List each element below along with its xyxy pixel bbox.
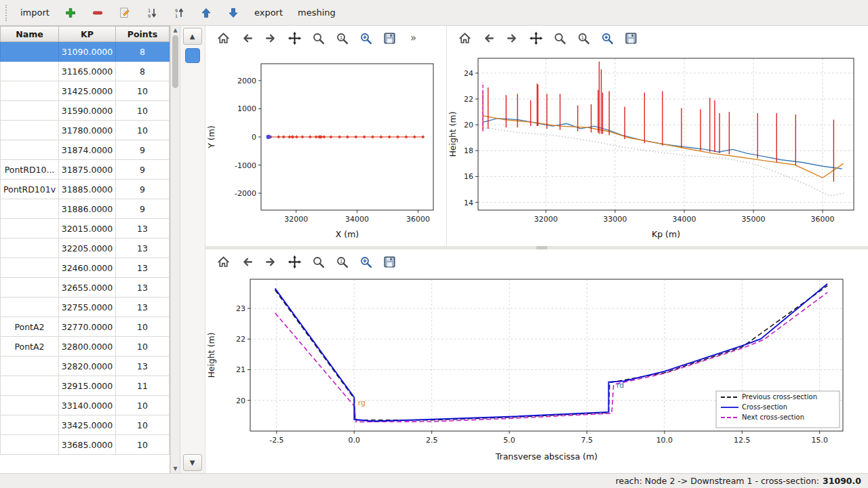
- toolbar-overflow-chevron[interactable]: »: [410, 32, 416, 44]
- kp-cell[interactable]: 32205.0000: [59, 239, 116, 258]
- name-cell[interactable]: [1, 199, 59, 219]
- points-cell[interactable]: 10: [116, 435, 170, 455]
- zoom-button[interactable]: [309, 28, 328, 47]
- table-row[interactable]: 32015.000013: [1, 219, 170, 239]
- points-cell[interactable]: 10: [116, 101, 170, 121]
- kp-cell[interactable]: 32655.0000: [59, 278, 116, 298]
- scroll-up-icon[interactable]: ▲: [173, 27, 177, 33]
- points-cell[interactable]: 13: [116, 258, 170, 278]
- name-cell[interactable]: [1, 376, 59, 396]
- zoom-rect-button[interactable]: [597, 28, 616, 47]
- name-cell[interactable]: PontA2: [1, 337, 59, 357]
- scroll-indicator[interactable]: [185, 48, 200, 63]
- name-cell[interactable]: [1, 396, 59, 415]
- kp-cell[interactable]: 31885.0000: [59, 180, 116, 199]
- move-down-button[interactable]: [222, 3, 245, 22]
- points-cell[interactable]: 9: [116, 140, 170, 160]
- name-cell[interactable]: PontA2: [1, 317, 59, 337]
- profile-chart[interactable]: 3200033000340003500036000141618202224Kp …: [447, 50, 865, 243]
- points-cell[interactable]: 13: [116, 219, 170, 239]
- kp-cell[interactable]: 31780.0000: [59, 121, 116, 140]
- zoom-orig-button[interactable]: [332, 28, 351, 47]
- pan-button[interactable]: [526, 28, 545, 47]
- back-button[interactable]: [237, 252, 256, 271]
- column-header-points[interactable]: Points: [116, 26, 170, 42]
- table-row[interactable]: 33140.000010: [1, 396, 170, 415]
- toolbar-grip[interactable]: [5, 5, 9, 21]
- name-cell[interactable]: PontRD10...: [1, 160, 59, 180]
- kp-cell[interactable]: 33140.0000: [59, 396, 116, 415]
- edit-section-button[interactable]: [113, 3, 136, 22]
- kp-cell[interactable]: 31425.0000: [59, 81, 116, 101]
- import-button[interactable]: import: [15, 4, 55, 21]
- name-cell[interactable]: [1, 42, 59, 62]
- home-button[interactable]: [455, 28, 474, 47]
- zoom-orig-button[interactable]: [574, 28, 593, 47]
- kp-cell[interactable]: 31875.0000: [59, 160, 116, 180]
- points-cell[interactable]: 10: [116, 415, 170, 435]
- table-row[interactable]: 31590.000010: [1, 101, 170, 121]
- table-row[interactable]: PontRD10...31875.00009: [1, 160, 170, 180]
- kp-cell[interactable]: 31165.0000: [59, 62, 116, 81]
- scroll-down-icon[interactable]: ▼: [173, 466, 177, 472]
- name-cell[interactable]: [1, 435, 59, 455]
- zoom-orig-button[interactable]: [332, 252, 351, 271]
- sort-ascending-button[interactable]: [140, 3, 163, 22]
- zoom-rect-button[interactable]: [356, 252, 375, 271]
- points-cell[interactable]: 9: [116, 199, 170, 219]
- table-row[interactable]: 31874.00009: [1, 140, 170, 160]
- kp-cell[interactable]: 32460.0000: [59, 258, 116, 278]
- kp-cell[interactable]: 32755.0000: [59, 298, 116, 317]
- back-button[interactable]: [237, 28, 256, 47]
- table-row[interactable]: 32655.000013: [1, 278, 170, 298]
- sections-table[interactable]: Name KP Points 31090.0000831165.00008314…: [0, 26, 170, 455]
- row-down-button[interactable]: ▼: [183, 454, 202, 471]
- zoom-rect-button[interactable]: [356, 28, 375, 47]
- forward-button[interactable]: [261, 252, 280, 271]
- points-cell[interactable]: 10: [116, 317, 170, 337]
- kp-cell[interactable]: 33425.0000: [59, 415, 116, 435]
- table-row[interactable]: 31886.00009: [1, 199, 170, 219]
- points-cell[interactable]: 9: [116, 160, 170, 180]
- table-row[interactable]: PontA232800.000010: [1, 337, 170, 357]
- remove-section-button[interactable]: [86, 3, 109, 22]
- name-cell[interactable]: [1, 62, 59, 81]
- points-cell[interactable]: 8: [116, 62, 170, 81]
- kp-cell[interactable]: 32800.0000: [59, 337, 116, 357]
- column-header-kp[interactable]: KP: [59, 26, 116, 42]
- kp-cell[interactable]: 32015.0000: [59, 219, 116, 239]
- sort-descending-button[interactable]: [167, 3, 191, 22]
- name-cell[interactable]: [1, 81, 59, 101]
- name-cell[interactable]: PontRD101v: [1, 180, 59, 199]
- table-row[interactable]: PontRD101v31885.00009: [1, 180, 170, 199]
- table-row[interactable]: 32755.000013: [1, 298, 170, 317]
- points-cell[interactable]: 10: [116, 121, 170, 140]
- zoom-button[interactable]: [309, 252, 328, 271]
- home-button[interactable]: [214, 28, 233, 47]
- table-row[interactable]: 33425.000010: [1, 415, 170, 435]
- splitter-handle[interactable]: [536, 246, 547, 249]
- points-cell[interactable]: 9: [116, 180, 170, 199]
- name-cell[interactable]: [1, 140, 59, 160]
- points-cell[interactable]: 11: [116, 376, 170, 396]
- pan-button[interactable]: [285, 28, 304, 47]
- save-button[interactable]: [380, 252, 399, 271]
- kp-cell[interactable]: 31886.0000: [59, 199, 116, 219]
- name-cell[interactable]: [1, 415, 59, 435]
- points-cell[interactable]: 10: [116, 396, 170, 415]
- table-row[interactable]: 32820.000013: [1, 357, 170, 376]
- name-cell[interactable]: [1, 278, 59, 298]
- table-row[interactable]: 32915.000011: [1, 376, 170, 396]
- table-row[interactable]: 31165.00008: [1, 62, 170, 81]
- kp-cell[interactable]: 31590.0000: [59, 101, 116, 121]
- add-section-button[interactable]: [59, 3, 82, 22]
- move-up-button[interactable]: [195, 3, 218, 22]
- points-cell[interactable]: 13: [116, 298, 170, 317]
- name-cell[interactable]: [1, 121, 59, 140]
- table-row[interactable]: 31425.000010: [1, 81, 170, 101]
- forward-button[interactable]: [502, 28, 521, 47]
- table-row[interactable]: PontA232770.000010: [1, 317, 170, 337]
- kp-cell[interactable]: 33685.0000: [59, 435, 116, 455]
- save-button[interactable]: [380, 28, 399, 47]
- name-cell[interactable]: [1, 239, 59, 258]
